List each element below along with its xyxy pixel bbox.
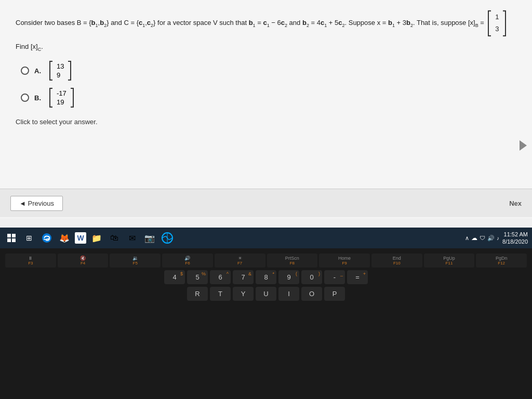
svg-rect-0: [7, 234, 11, 237]
key-home-fn[interactable]: Home F9: [319, 254, 370, 268]
click-instruction: Click to select your answer.: [16, 118, 516, 126]
security-icon: 🛡: [480, 235, 485, 241]
key-end-fn[interactable]: End F10: [371, 254, 422, 268]
option-a[interactable]: A. 13 9: [21, 61, 516, 81]
question-text: Consider two bases B = {b1,b2} and C = {…: [16, 10, 516, 36]
svg-point-4: [42, 233, 51, 243]
svg-rect-2: [7, 238, 11, 242]
volume-icon: 🔊: [487, 235, 495, 242]
option-a-val2: 9: [55, 71, 66, 79]
next-label[interactable]: Nex: [509, 200, 522, 207]
key-5[interactable]: % 5: [187, 270, 208, 284]
option-b[interactable]: B. -17 19: [21, 88, 516, 108]
key-minus[interactable]: _ -: [324, 270, 345, 284]
clock-time: 11:52 AM: [502, 231, 528, 238]
option-b-val2: 19: [55, 98, 69, 107]
key-pgup-fn[interactable]: PgUp F11: [424, 254, 475, 268]
key-u[interactable]: U: [256, 287, 276, 301]
navigation-bar: ◄ Previous Nex: [0, 189, 532, 217]
file-explorer-icon[interactable]: 📁: [89, 231, 104, 245]
windows-start-icon[interactable]: [4, 231, 19, 245]
option-a-label: A.: [34, 67, 41, 75]
taskbar-left: ⊞ 🦊 W 📁 🛍 ✉ 📷: [4, 231, 175, 245]
option-b-val1: -17: [55, 89, 69, 98]
option-a-val1: 13: [55, 62, 66, 71]
browser-icon[interactable]: [160, 231, 175, 245]
taskbar-right: ∧ ☁ 🛡 🔊 ♪ 11:52 AM 8/18/2020: [465, 231, 528, 246]
key-mute-fn[interactable]: 🔇 F4: [58, 254, 109, 268]
key-7[interactable]: & 7: [233, 270, 254, 284]
key-r[interactable]: R: [187, 287, 208, 301]
word-icon[interactable]: W: [75, 232, 86, 244]
previous-button[interactable]: ◄ Previous: [10, 196, 63, 211]
chevron-up-icon[interactable]: ∧: [465, 235, 469, 242]
qwerty-row: R T Y U I O P: [3, 287, 529, 301]
system-tray: ∧ ☁ 🛡 🔊 ♪: [465, 234, 499, 242]
svg-rect-1: [12, 234, 16, 237]
right-arrow-icon[interactable]: [520, 140, 527, 151]
keyboard: ⏸ F3 🔇 F4 🔉 F5 🔊 F6 ☀ F7 PrtScn F8 Home …: [0, 248, 532, 399]
key-brightness-fn[interactable]: ☀ F7: [215, 254, 265, 268]
key-pgdn-fn[interactable]: PgDn F12: [476, 254, 527, 268]
svg-rect-3: [12, 238, 16, 242]
key-plus[interactable]: + =: [347, 270, 368, 284]
number-key-row: $ 4 % 5 ^ 6 & 7 * 8 ( 9 ) 0 _ -: [3, 270, 529, 284]
key-6[interactable]: ^ 6: [210, 270, 231, 284]
network-icon: ☁: [471, 234, 477, 242]
key-pause-fn[interactable]: ⏸ F3: [5, 254, 56, 268]
radio-a[interactable]: [21, 66, 29, 75]
key-o[interactable]: O: [301, 287, 322, 301]
mail-icon[interactable]: ✉: [125, 231, 139, 245]
option-b-label: B.: [34, 94, 41, 102]
key-p[interactable]: P: [324, 287, 345, 301]
key-0[interactable]: ) 0: [301, 270, 322, 284]
key-9[interactable]: ( 9: [278, 270, 299, 284]
answer-options: A. 13 9 B. -17 19: [21, 61, 516, 108]
radio-b[interactable]: [21, 94, 29, 102]
sound-icon: ♪: [497, 235, 499, 241]
find-label: Find [x]C.: [16, 43, 516, 52]
key-i[interactable]: I: [278, 287, 299, 301]
firefox-icon[interactable]: 🦊: [57, 231, 72, 245]
key-4[interactable]: $ 4: [164, 270, 185, 284]
key-8[interactable]: * 8: [256, 270, 276, 284]
task-view-icon[interactable]: ⊞: [22, 231, 36, 245]
camera-icon[interactable]: 📷: [142, 231, 157, 245]
key-t[interactable]: T: [210, 287, 231, 301]
clock-date: 8/18/2020: [502, 238, 528, 245]
key-vol-up-fn[interactable]: 🔊 F6: [162, 254, 213, 268]
quiz-area: Consider two bases B = {b1,b2} and C = {…: [0, 0, 532, 218]
clock[interactable]: 11:52 AM 8/18/2020: [502, 231, 528, 246]
store-icon[interactable]: 🛍: [107, 231, 122, 245]
function-key-row: ⏸ F3 🔇 F4 🔉 F5 🔊 F6 ☀ F7 PrtScn F8 Home …: [3, 254, 529, 268]
key-prtscn-fn[interactable]: PrtScn F8: [267, 254, 318, 268]
key-y[interactable]: Y: [233, 287, 254, 301]
taskbar: ⊞ 🦊 W 📁 🛍 ✉ 📷: [0, 228, 532, 248]
key-vol-down-fn[interactable]: 🔉 F5: [110, 254, 161, 268]
edge-icon[interactable]: [39, 231, 54, 245]
